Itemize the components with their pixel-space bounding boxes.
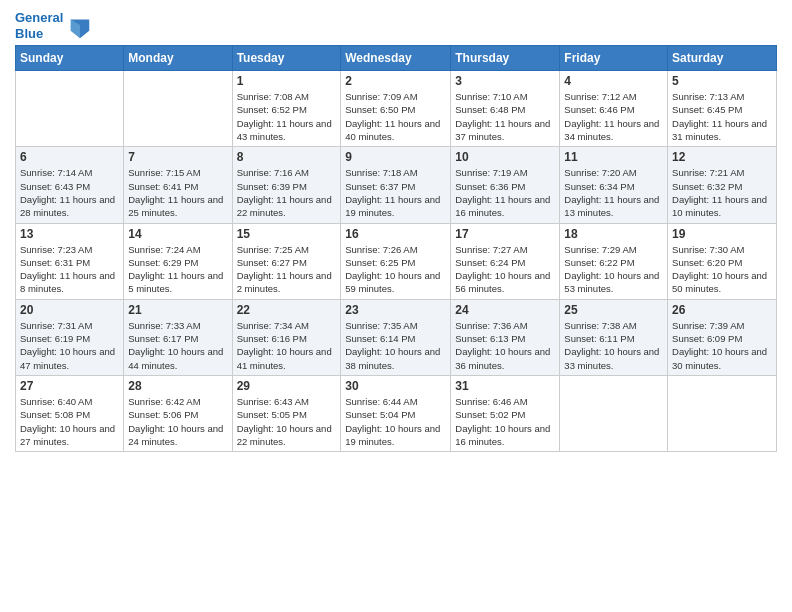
calendar-cell: 22Sunrise: 7:34 AM Sunset: 6:16 PM Dayli… (232, 299, 341, 375)
day-info: Sunrise: 7:16 AM Sunset: 6:39 PM Dayligh… (237, 166, 337, 219)
weekday-wednesday: Wednesday (341, 46, 451, 71)
calendar-cell: 23Sunrise: 7:35 AM Sunset: 6:14 PM Dayli… (341, 299, 451, 375)
day-info: Sunrise: 7:38 AM Sunset: 6:11 PM Dayligh… (564, 319, 663, 372)
day-info: Sunrise: 7:25 AM Sunset: 6:27 PM Dayligh… (237, 243, 337, 296)
calendar-cell: 20Sunrise: 7:31 AM Sunset: 6:19 PM Dayli… (16, 299, 124, 375)
weekday-sunday: Sunday (16, 46, 124, 71)
day-info: Sunrise: 6:42 AM Sunset: 5:06 PM Dayligh… (128, 395, 227, 448)
day-number: 26 (672, 303, 772, 317)
day-info: Sunrise: 7:10 AM Sunset: 6:48 PM Dayligh… (455, 90, 555, 143)
day-number: 21 (128, 303, 227, 317)
weekday-saturday: Saturday (668, 46, 777, 71)
logo-blue: Blue (15, 26, 43, 41)
day-number: 29 (237, 379, 337, 393)
calendar-week-4: 20Sunrise: 7:31 AM Sunset: 6:19 PM Dayli… (16, 299, 777, 375)
day-info: Sunrise: 7:27 AM Sunset: 6:24 PM Dayligh… (455, 243, 555, 296)
calendar-cell (668, 375, 777, 451)
day-info: Sunrise: 7:08 AM Sunset: 6:52 PM Dayligh… (237, 90, 337, 143)
day-info: Sunrise: 7:31 AM Sunset: 6:19 PM Dayligh… (20, 319, 119, 372)
weekday-thursday: Thursday (451, 46, 560, 71)
day-number: 13 (20, 227, 119, 241)
calendar-cell: 10Sunrise: 7:19 AM Sunset: 6:36 PM Dayli… (451, 147, 560, 223)
day-info: Sunrise: 7:12 AM Sunset: 6:46 PM Dayligh… (564, 90, 663, 143)
day-info: Sunrise: 7:26 AM Sunset: 6:25 PM Dayligh… (345, 243, 446, 296)
page: General Blue SundayMondayTuesdayWednesda… (0, 0, 792, 612)
calendar-cell: 19Sunrise: 7:30 AM Sunset: 6:20 PM Dayli… (668, 223, 777, 299)
day-info: Sunrise: 7:21 AM Sunset: 6:32 PM Dayligh… (672, 166, 772, 219)
calendar-cell: 25Sunrise: 7:38 AM Sunset: 6:11 PM Dayli… (560, 299, 668, 375)
day-number: 5 (672, 74, 772, 88)
day-number: 7 (128, 150, 227, 164)
day-info: Sunrise: 6:44 AM Sunset: 5:04 PM Dayligh… (345, 395, 446, 448)
calendar-cell: 18Sunrise: 7:29 AM Sunset: 6:22 PM Dayli… (560, 223, 668, 299)
calendar-cell: 12Sunrise: 7:21 AM Sunset: 6:32 PM Dayli… (668, 147, 777, 223)
day-number: 14 (128, 227, 227, 241)
day-info: Sunrise: 7:24 AM Sunset: 6:29 PM Dayligh… (128, 243, 227, 296)
day-info: Sunrise: 6:40 AM Sunset: 5:08 PM Dayligh… (20, 395, 119, 448)
calendar-cell: 1Sunrise: 7:08 AM Sunset: 6:52 PM Daylig… (232, 71, 341, 147)
calendar-cell: 2Sunrise: 7:09 AM Sunset: 6:50 PM Daylig… (341, 71, 451, 147)
day-info: Sunrise: 7:09 AM Sunset: 6:50 PM Dayligh… (345, 90, 446, 143)
day-info: Sunrise: 7:15 AM Sunset: 6:41 PM Dayligh… (128, 166, 227, 219)
calendar-cell: 21Sunrise: 7:33 AM Sunset: 6:17 PM Dayli… (124, 299, 232, 375)
day-number: 24 (455, 303, 555, 317)
weekday-monday: Monday (124, 46, 232, 71)
logo-text: General Blue (15, 10, 63, 41)
day-number: 17 (455, 227, 555, 241)
weekday-tuesday: Tuesday (232, 46, 341, 71)
day-info: Sunrise: 7:35 AM Sunset: 6:14 PM Dayligh… (345, 319, 446, 372)
calendar-cell: 17Sunrise: 7:27 AM Sunset: 6:24 PM Dayli… (451, 223, 560, 299)
day-number: 9 (345, 150, 446, 164)
day-info: Sunrise: 7:36 AM Sunset: 6:13 PM Dayligh… (455, 319, 555, 372)
day-info: Sunrise: 7:30 AM Sunset: 6:20 PM Dayligh… (672, 243, 772, 296)
day-info: Sunrise: 7:14 AM Sunset: 6:43 PM Dayligh… (20, 166, 119, 219)
day-info: Sunrise: 6:43 AM Sunset: 5:05 PM Dayligh… (237, 395, 337, 448)
calendar-week-5: 27Sunrise: 6:40 AM Sunset: 5:08 PM Dayli… (16, 375, 777, 451)
day-info: Sunrise: 7:18 AM Sunset: 6:37 PM Dayligh… (345, 166, 446, 219)
calendar-cell: 15Sunrise: 7:25 AM Sunset: 6:27 PM Dayli… (232, 223, 341, 299)
day-number: 10 (455, 150, 555, 164)
day-number: 30 (345, 379, 446, 393)
calendar-cell: 27Sunrise: 6:40 AM Sunset: 5:08 PM Dayli… (16, 375, 124, 451)
day-number: 6 (20, 150, 119, 164)
day-number: 2 (345, 74, 446, 88)
calendar-cell (16, 71, 124, 147)
calendar-cell: 29Sunrise: 6:43 AM Sunset: 5:05 PM Dayli… (232, 375, 341, 451)
header: General Blue (15, 10, 777, 41)
calendar-cell: 30Sunrise: 6:44 AM Sunset: 5:04 PM Dayli… (341, 375, 451, 451)
day-info: Sunrise: 7:39 AM Sunset: 6:09 PM Dayligh… (672, 319, 772, 372)
calendar-cell (560, 375, 668, 451)
day-number: 11 (564, 150, 663, 164)
calendar-cell: 24Sunrise: 7:36 AM Sunset: 6:13 PM Dayli… (451, 299, 560, 375)
calendar-cell: 8Sunrise: 7:16 AM Sunset: 6:39 PM Daylig… (232, 147, 341, 223)
calendar-cell: 26Sunrise: 7:39 AM Sunset: 6:09 PM Dayli… (668, 299, 777, 375)
calendar-cell: 16Sunrise: 7:26 AM Sunset: 6:25 PM Dayli… (341, 223, 451, 299)
day-number: 12 (672, 150, 772, 164)
day-number: 1 (237, 74, 337, 88)
day-info: Sunrise: 7:34 AM Sunset: 6:16 PM Dayligh… (237, 319, 337, 372)
calendar-cell: 31Sunrise: 6:46 AM Sunset: 5:02 PM Dayli… (451, 375, 560, 451)
day-number: 25 (564, 303, 663, 317)
day-number: 4 (564, 74, 663, 88)
day-number: 20 (20, 303, 119, 317)
calendar-cell: 28Sunrise: 6:42 AM Sunset: 5:06 PM Dayli… (124, 375, 232, 451)
weekday-friday: Friday (560, 46, 668, 71)
calendar-cell: 13Sunrise: 7:23 AM Sunset: 6:31 PM Dayli… (16, 223, 124, 299)
day-info: Sunrise: 7:23 AM Sunset: 6:31 PM Dayligh… (20, 243, 119, 296)
day-number: 8 (237, 150, 337, 164)
day-info: Sunrise: 7:29 AM Sunset: 6:22 PM Dayligh… (564, 243, 663, 296)
day-number: 3 (455, 74, 555, 88)
calendar-cell: 9Sunrise: 7:18 AM Sunset: 6:37 PM Daylig… (341, 147, 451, 223)
day-number: 28 (128, 379, 227, 393)
day-number: 31 (455, 379, 555, 393)
day-info: Sunrise: 7:20 AM Sunset: 6:34 PM Dayligh… (564, 166, 663, 219)
day-info: Sunrise: 6:46 AM Sunset: 5:02 PM Dayligh… (455, 395, 555, 448)
logo: General Blue (15, 10, 93, 41)
day-info: Sunrise: 7:13 AM Sunset: 6:45 PM Dayligh… (672, 90, 772, 143)
weekday-header-row: SundayMondayTuesdayWednesdayThursdayFrid… (16, 46, 777, 71)
calendar-cell: 3Sunrise: 7:10 AM Sunset: 6:48 PM Daylig… (451, 71, 560, 147)
calendar-cell: 11Sunrise: 7:20 AM Sunset: 6:34 PM Dayli… (560, 147, 668, 223)
day-number: 23 (345, 303, 446, 317)
calendar-table: SundayMondayTuesdayWednesdayThursdayFrid… (15, 45, 777, 452)
logo-icon (65, 12, 93, 40)
